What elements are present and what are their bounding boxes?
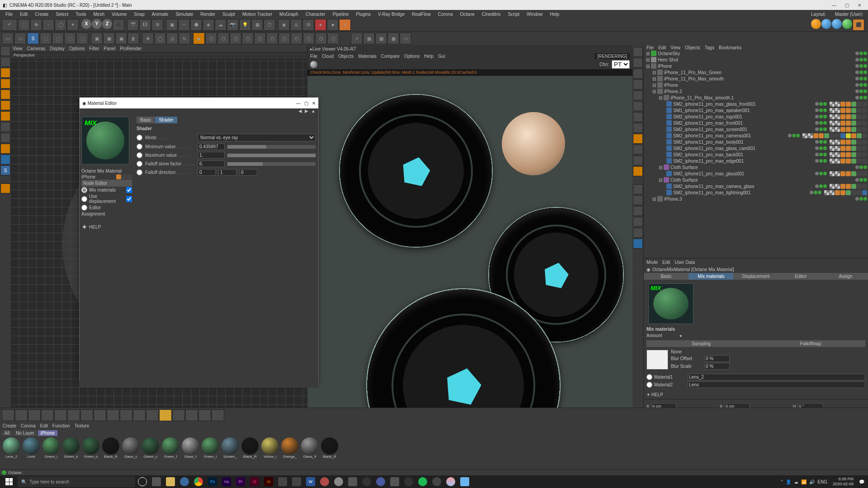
material-item[interactable]: Lens <box>22 437 41 461</box>
camera-button[interactable]: 📷 <box>227 19 239 31</box>
object-vis-dots[interactable] <box>855 165 867 169</box>
pc-rec-pla[interactable] <box>212 409 224 421</box>
menu-sculpt[interactable]: Sculpt <box>219 11 239 17</box>
pc-keyframe-2[interactable] <box>133 409 146 421</box>
expand-icon[interactable]: ⊟ <box>652 197 656 202</box>
ls-extra-icon[interactable] <box>0 183 10 193</box>
me-fall-x[interactable] <box>198 169 216 176</box>
pc-keyframe-1[interactable] <box>120 409 132 421</box>
ms-6[interactable] <box>633 101 643 111</box>
illustrator-icon[interactable]: Ai <box>262 475 275 488</box>
app-2-icon[interactable] <box>332 475 345 488</box>
object-row[interactable]: ⊟iPhone.3 <box>644 196 868 202</box>
me-assignment-label[interactable]: Assignment <box>81 211 105 216</box>
t2-node-10[interactable]: ⬡ <box>315 33 327 44</box>
lv-menu-cloud[interactable]: Cloud <box>322 54 334 59</box>
object-row[interactable]: ⊟iPhone_11_Pro_Max_smooth <box>644 75 868 82</box>
ms-4[interactable] <box>633 80 643 89</box>
obj-menu-objects[interactable]: Objects <box>685 45 700 50</box>
me-editor-radio[interactable] <box>81 205 87 211</box>
object-tags[interactable] <box>830 108 867 113</box>
menu-create[interactable]: Create <box>31 11 52 17</box>
attr-tab-assign[interactable]: Assign <box>823 273 868 280</box>
obj-menu-file[interactable]: File <box>646 45 654 50</box>
lv-menu-options[interactable]: Options <box>404 54 420 59</box>
menu-script[interactable]: Script <box>504 11 523 17</box>
me-disp-check[interactable] <box>126 196 132 202</box>
t2-grp1-1[interactable]: ⬚ <box>40 33 52 44</box>
object-vis-dots[interactable] <box>815 153 827 156</box>
ms-8[interactable] <box>633 123 643 133</box>
ms-10[interactable] <box>633 145 643 155</box>
expand-icon[interactable]: ⊟ <box>652 76 656 81</box>
octane-sphere-1[interactable] <box>811 19 821 29</box>
t2-btn-2[interactable]: ▭ <box>14 33 26 44</box>
menu-select[interactable]: Select <box>52 11 72 17</box>
volume-button[interactable]: ▦ <box>251 19 263 31</box>
t2-node-3[interactable]: ⬡ <box>230 33 241 44</box>
pc-prev-frame[interactable] <box>54 409 67 421</box>
axis-y-toggle[interactable]: Y <box>92 19 102 29</box>
app-11-icon[interactable] <box>458 475 472 488</box>
vp-options[interactable]: Options <box>69 46 85 51</box>
me-mix-check[interactable] <box>126 187 132 193</box>
app-3-icon[interactable] <box>346 475 359 488</box>
me-node-editor-label[interactable]: Node Editor <box>83 181 107 186</box>
coord-system-button[interactable]: ⬛ <box>113 19 124 31</box>
me-skew-input[interactable] <box>198 160 225 167</box>
pc-go-end[interactable] <box>107 409 119 421</box>
me-maximize-icon[interactable]: ▢ <box>304 101 308 106</box>
notifications-icon[interactable]: 💬 <box>859 479 864 484</box>
c4d-icon[interactable] <box>374 475 387 488</box>
me-max-radio[interactable] <box>137 152 142 158</box>
me-fall-radio[interactable] <box>137 169 142 175</box>
octane-sphere-2[interactable] <box>821 19 831 29</box>
object-row[interactable]: SM2_iphone11_pro_max_glass001 <box>644 170 868 177</box>
t2-grp1-4[interactable]: ⬚ <box>76 33 88 44</box>
render-settings-button[interactable]: ⚙ <box>151 19 163 31</box>
pc-1[interactable] <box>2 409 14 421</box>
photoshop-icon[interactable]: Ps <box>206 475 219 488</box>
app-7-icon[interactable] <box>402 475 415 488</box>
attr-material-preview[interactable]: MIX <box>648 283 693 324</box>
tray-lang[interactable]: ENG <box>817 479 827 484</box>
t2-node-11[interactable]: ⬡ <box>327 33 339 44</box>
object-vis-dots[interactable] <box>855 64 867 68</box>
expand-icon[interactable]: ⊟ <box>659 178 662 183</box>
ms-11[interactable] <box>633 155 643 165</box>
material-item[interactable]: Green_l <box>42 437 61 461</box>
object-tags[interactable] <box>830 127 867 132</box>
object-vis-dots[interactable] <box>855 70 867 74</box>
menu-window[interactable]: Window <box>523 11 547 17</box>
explorer-icon[interactable] <box>164 475 177 488</box>
lv-menu-help[interactable]: Help <box>424 54 434 59</box>
ls-locked-icon[interactable]: S <box>0 165 10 175</box>
ls-workplane-icon[interactable] <box>0 79 10 89</box>
object-tags[interactable] <box>830 146 867 151</box>
t2-grp1-3[interactable]: ⬚ <box>64 33 76 44</box>
app-10-icon[interactable] <box>444 475 458 488</box>
material-preview[interactable]: MIX <box>81 117 129 164</box>
mail-icon[interactable] <box>290 475 303 488</box>
lv-menu-file[interactable]: File <box>310 54 317 59</box>
attr-menu-userdata[interactable]: User Data <box>675 260 695 265</box>
object-vis-dots[interactable] <box>815 108 827 112</box>
app-9-icon[interactable] <box>430 475 443 488</box>
me-nav-prev-icon[interactable]: ◀ <box>298 108 302 115</box>
object-vis-dots[interactable] <box>855 83 867 87</box>
ms-9[interactable] <box>633 134 643 144</box>
cortana-icon[interactable] <box>136 475 149 488</box>
me-min-radio[interactable] <box>137 144 142 150</box>
material-editor-titlebar[interactable]: ◉ Material Editor — ▢ ✕ <box>80 98 318 108</box>
attr-tab-editor[interactable]: Editor <box>778 273 823 280</box>
object-tags[interactable] <box>824 190 867 195</box>
ms-1[interactable] <box>633 47 643 57</box>
octane-sphere-3[interactable] <box>832 19 842 29</box>
object-row[interactable]: ⊟iPhone_11_Pro_Max_Green <box>644 69 868 75</box>
me-max-slider[interactable] <box>227 154 316 157</box>
t2-grp2-2[interactable]: ▣ <box>103 33 115 44</box>
object-vis-dots[interactable] <box>855 77 867 80</box>
object-row[interactable]: ⊟OctaneSky <box>644 50 868 56</box>
menu-cineditrix[interactable]: Cineditrix <box>478 11 505 17</box>
me-nav-next-icon[interactable]: ▶ <box>305 108 308 115</box>
